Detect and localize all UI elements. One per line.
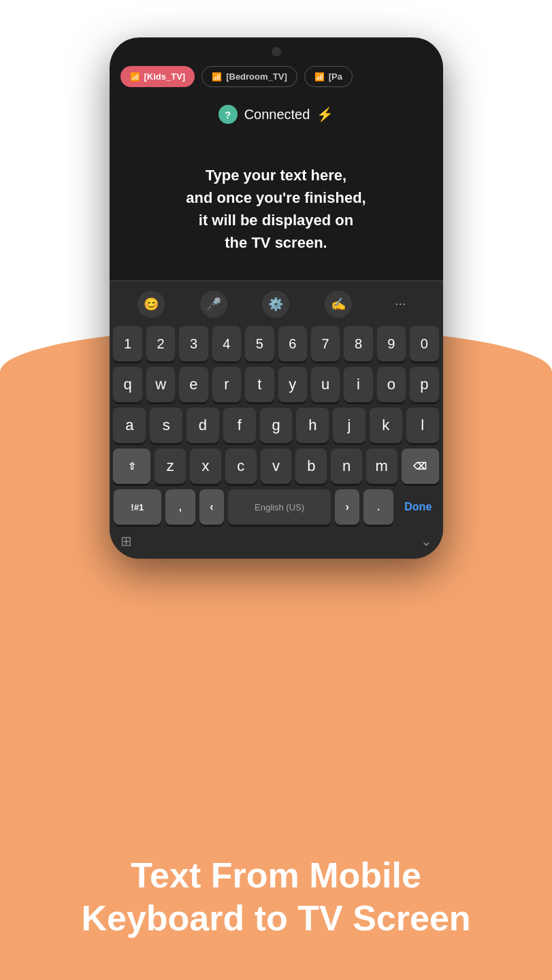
key-b[interactable]: b bbox=[295, 448, 327, 484]
key-4[interactable]: 4 bbox=[212, 326, 241, 361]
key-i[interactable]: i bbox=[344, 367, 372, 402]
more-button[interactable]: ··· bbox=[387, 291, 415, 318]
connected-label: Connected bbox=[244, 107, 310, 122]
wifi-tab-kids-label: [Kids_TV] bbox=[144, 71, 186, 82]
key-g[interactable]: g bbox=[260, 408, 293, 443]
key-z[interactable]: z bbox=[155, 448, 186, 484]
key-k[interactable]: k bbox=[370, 408, 402, 443]
key-s[interactable]: s bbox=[150, 408, 182, 443]
key-n[interactable]: n bbox=[331, 448, 362, 484]
keyboard-toolbar: 😊 🎤 ⚙️ ✍️ ··· bbox=[114, 288, 439, 326]
key-6[interactable]: 6 bbox=[278, 326, 307, 361]
key-y[interactable]: y bbox=[278, 367, 307, 402]
phone-device: 📶 [Kids_TV] 📶 [Bedroom_TV] 📶 [Pa ? Conne… bbox=[110, 37, 443, 559]
keyboard-bottom-row: !#1 , ‹ English (US) › . Done bbox=[114, 489, 439, 525]
keyboard-asdf-row: a s d f g h j k l bbox=[114, 408, 439, 443]
lang-left-arrow[interactable]: ‹ bbox=[199, 489, 224, 525]
key-q[interactable]: q bbox=[113, 367, 142, 402]
key-e[interactable]: e bbox=[179, 367, 208, 402]
comma-key[interactable]: , bbox=[165, 489, 195, 525]
wifi-tab-bedroom[interactable]: 📶 [Bedroom_TV] bbox=[201, 66, 297, 87]
bottom-title-line1: Text From Mobile bbox=[131, 855, 421, 895]
key-t[interactable]: t bbox=[245, 367, 274, 402]
type-text-message: Type your text here,and once you're fini… bbox=[186, 164, 366, 254]
bottom-title: Text From Mobile Keyboard to TV Screen bbox=[27, 854, 525, 939]
key-x[interactable]: x bbox=[190, 448, 221, 484]
key-a[interactable]: a bbox=[113, 408, 146, 443]
key-f[interactable]: f bbox=[223, 408, 256, 443]
wifi-tab-pa[interactable]: 📶 [Pa bbox=[304, 66, 353, 87]
mic-button[interactable]: 🎤 bbox=[200, 291, 227, 318]
done-key[interactable]: Done bbox=[397, 489, 438, 525]
bottom-section: Text From Mobile Keyboard to TV Screen bbox=[0, 854, 552, 939]
key-5[interactable]: 5 bbox=[245, 326, 274, 361]
key-9[interactable]: 9 bbox=[377, 326, 406, 361]
lang-right-arrow[interactable]: › bbox=[335, 489, 359, 525]
symbols-key[interactable]: !#1 bbox=[114, 489, 162, 525]
spacebar[interactable]: English (US) bbox=[228, 489, 331, 525]
bottom-title-line2: Keyboard to TV Screen bbox=[81, 898, 470, 938]
wifi-icon-pa: 📶 bbox=[314, 72, 325, 82]
key-o[interactable]: o bbox=[377, 367, 406, 402]
key-w[interactable]: w bbox=[146, 367, 175, 402]
phone-main-content: Type your text here,and once you're fini… bbox=[110, 131, 443, 280]
backspace-key[interactable]: ⌫ bbox=[402, 448, 439, 484]
keyboard-zxcv-row: ⇧ z x c v b n m ⌫ bbox=[114, 448, 439, 484]
key-h[interactable]: h bbox=[296, 408, 329, 443]
key-j[interactable]: j bbox=[333, 408, 366, 443]
phone-wrapper: 📶 [Kids_TV] 📶 [Bedroom_TV] 📶 [Pa ? Conne… bbox=[110, 37, 443, 559]
keyboard-bottom-bar: ⊞ ⌄ bbox=[114, 530, 439, 555]
text-style-button[interactable]: ✍️ bbox=[325, 291, 352, 318]
key-1[interactable]: 1 bbox=[113, 326, 142, 361]
key-r[interactable]: r bbox=[212, 367, 241, 402]
key-8[interactable]: 8 bbox=[344, 326, 372, 361]
keyboard-hide-icon[interactable]: ⌄ bbox=[421, 533, 432, 549]
wifi-tab-kids[interactable]: 📶 [Kids_TV] bbox=[120, 66, 195, 87]
wifi-icon-kids: 📶 bbox=[130, 72, 140, 82]
key-2[interactable]: 2 bbox=[146, 326, 175, 361]
keyboard-qwerty-row: q w e r t y u i o p bbox=[114, 367, 439, 402]
key-m[interactable]: m bbox=[366, 448, 397, 484]
wifi-tab-pa-label: [Pa bbox=[329, 71, 342, 82]
wifi-tab-bedroom-label: [Bedroom_TV] bbox=[226, 71, 287, 82]
key-d[interactable]: d bbox=[186, 408, 219, 443]
key-3[interactable]: 3 bbox=[179, 326, 208, 361]
shift-key[interactable]: ⇧ bbox=[113, 448, 150, 484]
key-u[interactable]: u bbox=[311, 367, 340, 402]
keyboard[interactable]: 😊 🎤 ⚙️ ✍️ ··· 1 2 3 4 5 6 7 8 9 0 bbox=[110, 280, 443, 559]
period-key[interactable]: . bbox=[363, 489, 393, 525]
key-v[interactable]: v bbox=[261, 448, 292, 484]
key-0[interactable]: 0 bbox=[410, 326, 438, 361]
settings-button[interactable]: ⚙️ bbox=[262, 291, 289, 318]
wifi-tabs-row: 📶 [Kids_TV] 📶 [Bedroom_TV] 📶 [Pa bbox=[110, 56, 443, 94]
keyboard-number-row: 1 2 3 4 5 6 7 8 9 0 bbox=[114, 326, 439, 361]
key-7[interactable]: 7 bbox=[311, 326, 340, 361]
key-p[interactable]: p bbox=[410, 367, 438, 402]
wifi-icon-bedroom: 📶 bbox=[212, 72, 222, 82]
connected-circle-icon: ? bbox=[218, 105, 238, 124]
key-l[interactable]: l bbox=[406, 408, 439, 443]
bluetooth-icon: ⚡ bbox=[316, 106, 334, 122]
connected-status-row: ? Connected ⚡ bbox=[110, 94, 443, 131]
emoji-button[interactable]: 😊 bbox=[137, 291, 165, 318]
key-c[interactable]: c bbox=[225, 448, 257, 484]
keyboard-grid-icon[interactable]: ⊞ bbox=[120, 533, 132, 549]
phone-camera bbox=[272, 47, 281, 56]
